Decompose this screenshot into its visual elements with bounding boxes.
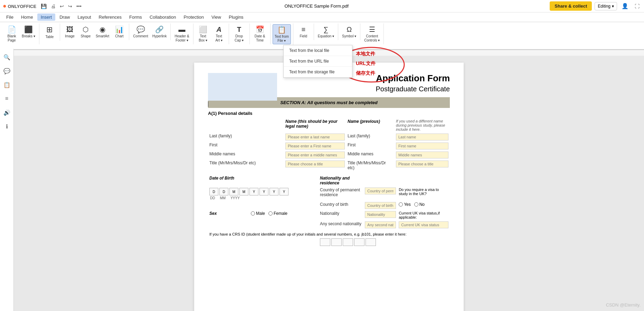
- dob-y3[interactable]: Y: [269, 188, 278, 195]
- visa-yes-radio[interactable]: [399, 202, 403, 207]
- crs-label: If you have a CRS ID (student identifier…: [208, 229, 450, 237]
- sidebar-info-icon[interactable]: ℹ: [1, 121, 12, 132]
- dob-y4[interactable]: Y: [280, 188, 288, 195]
- table-button[interactable]: ⊞ Table: [42, 24, 57, 40]
- breaks-button[interactable]: ⬛ Breaks ▾: [20, 24, 37, 39]
- crs-box-2[interactable]: [331, 238, 342, 246]
- image-button[interactable]: 🖼 Image: [62, 24, 77, 39]
- equation-button[interactable]: ∑ Equation ▾: [316, 24, 336, 39]
- text-art-button[interactable]: A TextArt ▾: [211, 24, 227, 44]
- chart-icon: 📊: [115, 25, 124, 34]
- chart-button[interactable]: 📊 Chart: [112, 24, 127, 39]
- country-permanent-input[interactable]: [365, 187, 396, 194]
- crs-box-1[interactable]: [320, 238, 330, 246]
- crs-box-4[interactable]: [354, 238, 364, 246]
- dropdown-storage-file[interactable]: Text from the storage file: [284, 67, 352, 77]
- drop-cap-button[interactable]: T DropCap ▾: [231, 24, 247, 44]
- crs-box-3[interactable]: [343, 238, 353, 246]
- field-icon: ≡: [301, 25, 305, 34]
- title-input[interactable]: [285, 161, 345, 167]
- sidebar-comment-icon[interactable]: 💬: [1, 65, 12, 76]
- shape-button[interactable]: ⬡ Shape: [78, 24, 93, 39]
- last-name-prev-input[interactable]: [396, 134, 448, 140]
- last-name-input[interactable]: [285, 134, 345, 140]
- first-name-input[interactable]: [285, 143, 345, 149]
- title-prev-input[interactable]: [396, 161, 448, 167]
- sidebar-search-icon[interactable]: 🔍: [1, 52, 12, 63]
- blank-page-button[interactable]: 📄 BlankPage: [4, 24, 19, 44]
- visa-no-option[interactable]: No: [414, 202, 425, 207]
- hyperlink-icon: 🔗: [155, 25, 164, 34]
- user-avatar[interactable]: 👤: [620, 2, 630, 10]
- dob-nationality-table: Date of Birth Nationality and residence …: [208, 175, 450, 247]
- menu-layout[interactable]: Layout: [74, 13, 95, 21]
- comment-button[interactable]: 💬 Comment: [131, 24, 150, 39]
- country-birth-input[interactable]: [365, 202, 396, 209]
- menu-file[interactable]: File: [3, 13, 17, 21]
- breaks-icon: ⬛: [24, 25, 33, 34]
- app-logo: ● ONLYOFFICE: [3, 2, 36, 10]
- dob-y2[interactable]: Y: [259, 188, 268, 195]
- first-name-prev-input[interactable]: [396, 143, 448, 149]
- menu-forms[interactable]: Forms: [126, 13, 145, 21]
- menu-protection[interactable]: Protection: [180, 13, 207, 21]
- left-sidebar: 🔍 💬 📋 ≡ 🔊 ℹ: [0, 49, 14, 311]
- sex-female-radio[interactable]: [268, 211, 273, 216]
- undo-button[interactable]: ↩: [58, 2, 66, 10]
- ribbon-group-links: 💬 Comment 🔗 Hyperlink: [129, 24, 171, 40]
- visa-yes-option[interactable]: Yes: [399, 202, 411, 207]
- dob-d1[interactable]: D: [209, 188, 218, 195]
- content-controls-button[interactable]: ☰ ContentControls ▾: [362, 24, 381, 44]
- visa-no-radio[interactable]: [414, 202, 418, 207]
- middle-names-prev-input[interactable]: [396, 152, 448, 158]
- header-footer-button[interactable]: ▬ Header &Footer ▾: [173, 24, 191, 44]
- print-button[interactable]: 🖨: [49, 2, 57, 10]
- hyperlink-button[interactable]: 🔗 Hyperlink: [151, 24, 169, 39]
- sidebar-clipboard-icon[interactable]: 📋: [1, 79, 12, 90]
- second-nationality-input[interactable]: [365, 221, 396, 228]
- text-from-file-icon: 📋: [277, 26, 286, 34]
- sidebar-speaker-icon[interactable]: 🔊: [1, 107, 12, 118]
- fullscreen-button[interactable]: ⛶: [633, 2, 641, 10]
- menu-draw[interactable]: Draw: [56, 13, 73, 21]
- smartart-button[interactable]: ◉ SmartArt: [94, 24, 111, 39]
- dob-m2[interactable]: M: [239, 188, 248, 195]
- sex-female-option[interactable]: Female: [268, 211, 287, 216]
- more-button[interactable]: •••: [75, 2, 83, 10]
- dob-y1[interactable]: Y: [249, 188, 258, 195]
- watermark: CSDN @Eternity.: [606, 302, 641, 308]
- menu-insert[interactable]: Insert: [37, 13, 56, 21]
- text-box-button[interactable]: ⬜ TextBox ▾: [196, 24, 211, 44]
- share-collect-button[interactable]: Share & collect: [550, 1, 592, 11]
- toolbar-right: Share & collect Editing ▾ 👤 ⛶: [550, 1, 641, 11]
- menu-plugins[interactable]: Plugins: [225, 13, 247, 21]
- sidebar-nav-icon[interactable]: ≡: [1, 93, 12, 104]
- redo-button[interactable]: ↪: [66, 2, 74, 10]
- dob-m1[interactable]: M: [229, 188, 238, 195]
- sex-radio-group: Male Female: [251, 211, 317, 216]
- ribbon-group-field: ≡ Field: [293, 24, 314, 40]
- visa-question: Do you require a visa to study in the UK…: [397, 186, 450, 201]
- uk-visa-input[interactable]: [399, 221, 448, 228]
- dropdown-url-file[interactable]: Text from the URL file: [284, 56, 352, 67]
- dropdown-local-file[interactable]: Text from the local file: [284, 45, 352, 56]
- save-button[interactable]: 💾: [39, 2, 48, 10]
- middle-names-input[interactable]: [285, 152, 345, 158]
- menu-view[interactable]: View: [208, 13, 225, 21]
- date-time-button[interactable]: 📅 Date &Time: [252, 24, 267, 44]
- sex-male-option[interactable]: Male: [251, 211, 265, 216]
- table-icon: ⊞: [46, 25, 53, 34]
- dropdown-menu: Text from the local file Text from the U…: [283, 45, 352, 78]
- editing-dropdown[interactable]: Editing ▾: [595, 2, 617, 10]
- sex-male-radio[interactable]: [251, 211, 255, 216]
- nationality-input[interactable]: [365, 211, 396, 218]
- ribbon-group-textfile: 📋 Text fromFile ▾: [271, 24, 293, 45]
- menu-collaboration[interactable]: Collaboration: [146, 13, 180, 21]
- menu-references[interactable]: References: [95, 13, 125, 21]
- menu-home[interactable]: Home: [18, 13, 37, 21]
- symbol-button[interactable]: Ω Symbol ▾: [340, 24, 358, 39]
- crs-box-5[interactable]: [366, 238, 376, 246]
- field-button[interactable]: ≡ Field: [296, 24, 311, 39]
- dob-d2[interactable]: D: [219, 188, 228, 195]
- text-from-file-button[interactable]: 📋 Text fromFile ▾: [273, 24, 291, 44]
